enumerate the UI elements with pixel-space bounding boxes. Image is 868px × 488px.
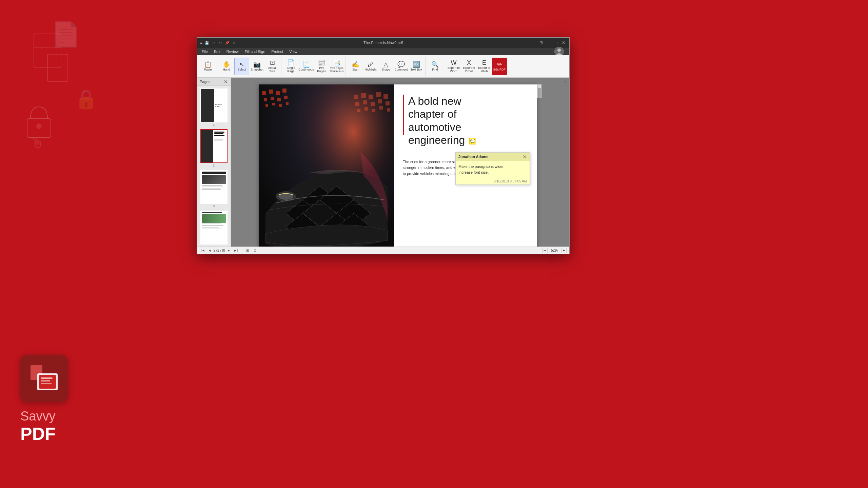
sign-label: Sign [352,68,358,72]
sign-button[interactable]: ✍ Sign [348,58,363,75]
svg-rect-20 [264,98,267,101]
svg-rect-38 [357,109,360,112]
page-thumb-4[interactable]: 4 [199,211,229,247]
menu-file[interactable]: File [199,49,211,54]
page-thumb-2[interactable]: 2 [199,129,229,167]
zoom-decrease-btn[interactable]: ─ [542,248,548,253]
snapshot-button[interactable]: 📷 Snapshot [250,58,264,75]
fit-page-btn[interactable]: ⊡ [253,248,257,253]
hand-button[interactable]: ✋ Hand [219,58,234,75]
hand-icon: ✋ [223,61,230,67]
pages-close-btn[interactable]: ✕ [224,79,228,84]
edit-pdf-button[interactable]: ✏ Edit PDF [492,58,507,75]
undo-titlebar-btn[interactable]: ↩ [211,40,216,45]
comment-icon: 💬 [397,61,405,67]
avatar-image [554,47,564,56]
last-page-btn[interactable]: ►| [233,248,239,253]
maximize-btn[interactable]: □ [553,40,559,46]
actual-size-label: Actual Size [265,66,280,73]
export-excel-button[interactable]: X Export to Excel [461,58,476,75]
zoom-controls: ─ 52% + [542,248,567,253]
pdf-main-title: A bold new chapter of automotive enginee… [408,95,476,147]
paste-button[interactable]: 📋 Paste [200,58,215,75]
comment-timestamp: 9/10/2019 9:57:05 AM [456,178,530,184]
export-excel-icon: X [467,60,471,66]
svg-rect-24 [265,104,268,107]
select-button[interactable]: ↖ Select [234,58,249,75]
svg-rect-36 [378,99,382,103]
redo-titlebar-btn[interactable]: ↪ [218,40,223,45]
app-window: ≡ 💾 ↩ ↪ 📌 ⊕ The-Future-is-Now2.pdf ⊞ ─ □… [197,37,570,254]
vertical-scrollbar[interactable] [537,84,541,98]
find-icon: 🔍 [431,61,439,67]
deco-file-icon-1: 📄 [51,20,80,48]
two-pages-continuous-button[interactable]: 📑 Two Pages Continuous [329,58,344,75]
svg-rect-16 [262,91,266,95]
deco-cursor-icon: 🖱 [31,136,44,151]
user-avatar[interactable] [554,47,564,56]
menu-review[interactable]: Review [224,49,241,54]
comment-anchor-icon[interactable]: 💬 [469,138,476,144]
svg-point-12 [557,48,561,52]
actual-size-button[interactable]: ⊡ Actual Size [265,58,280,75]
main-content: Pages ✕ The Futureis Now 1 [197,78,569,247]
red-accent [403,95,404,135]
export-word-label: Export to Word [446,66,461,73]
svg-rect-9 [41,380,50,382]
text-box-button[interactable]: 🔤 Text Box [409,58,424,75]
edit-pdf-icon: ✏ [497,61,502,67]
svg-rect-7 [39,375,56,389]
user-name: Jonathan Adams [521,49,552,54]
scroll-up-btn[interactable]: ▲ [563,79,567,83]
highlight-button[interactable]: 🖊 Highlight [363,58,378,75]
prev-page-btn[interactable]: ◄ [207,248,213,253]
menu-bar: File Edit Review Fill and Sign Protect V… [197,48,569,55]
snapshot-label: Snapshot [251,68,263,72]
comment-button[interactable]: 💬 Comment [394,58,409,75]
deco-svg-lines [27,27,95,95]
close-btn[interactable]: ✕ [560,40,567,46]
status-separator: | [241,249,242,252]
minimize-btn[interactable]: ─ [546,40,552,46]
status-bar: |◄ ◄ 2 (2 / 8) ► ►| | ⊞ ⊡ ─ 52% + [197,247,569,254]
menu-fill-sign[interactable]: Fill and Sign [242,49,268,54]
find-button[interactable]: 🔍 Find [428,58,442,75]
view-toggle-btn[interactable]: ⊞ [245,248,250,253]
first-page-btn[interactable]: |◄ [200,248,206,253]
continuous-button[interactable]: 📃 Continuous [299,58,314,75]
pin-titlebar-btn[interactable]: 📌 [225,40,230,45]
text-box-label: Text Box [411,68,422,72]
scrollbar-thumb[interactable] [538,88,541,98]
window-title: The-Future-is-Now2.pdf [363,41,403,45]
edit-pdf-label: Edit PDF [493,68,506,72]
two-pages-label: Two Pages [314,66,329,73]
svg-rect-32 [383,94,388,99]
svg-rect-42 [387,108,390,112]
single-page-button[interactable]: 📄 Single Page [283,58,298,75]
save-titlebar-btn[interactable]: 💾 [204,40,209,45]
svg-rect-2 [47,54,68,81]
page-thumb-3[interactable]: 3 [199,170,229,208]
car-svg [259,84,394,247]
shape-button[interactable]: △ Shape [378,58,393,75]
menu-view[interactable]: View [287,49,300,54]
comment-close-btn[interactable]: ✕ [523,154,527,159]
share-titlebar-btn[interactable]: ⊕ [232,40,236,45]
two-pages-icon: 📰 [318,60,325,66]
two-pages-button[interactable]: 📰 Two Pages [314,58,329,75]
svg-rect-30 [369,95,373,99]
highlight-label: Highlight [364,68,376,72]
svg-rect-21 [271,97,274,100]
user-area: Jonathan Adams [521,47,567,56]
menu-protect[interactable]: Protect [269,49,286,54]
export-word-button[interactable]: W Export to Word [446,58,461,75]
comment-line1: Make the paragraphs wider. [458,164,527,170]
export-epub-button[interactable]: E Export to ePub [477,58,492,75]
menu-edit[interactable]: Edit [211,49,223,54]
page-thumb-1[interactable]: The Futureis Now 1 [199,89,229,126]
restore-btn[interactable]: ⊞ [538,40,544,46]
zoom-increase-btn[interactable]: + [561,248,567,253]
pdf-viewer: ▲ [231,78,569,247]
page-num-1: 1 [213,123,215,126]
next-page-btn[interactable]: ► [226,248,232,253]
